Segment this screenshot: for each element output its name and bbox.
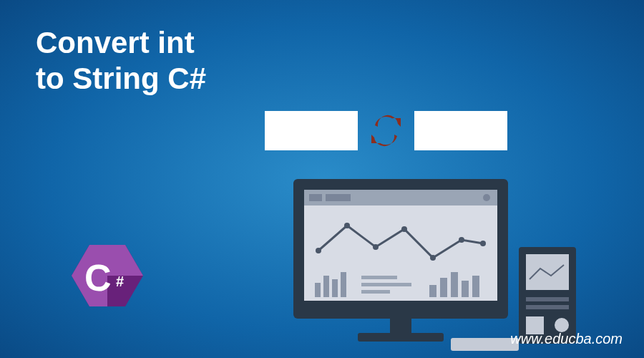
svg-rect-20: [429, 285, 436, 297]
svg-point-5: [483, 194, 490, 201]
svg-point-8: [373, 244, 379, 250]
svg-point-12: [480, 241, 486, 246]
svg-rect-0: [390, 319, 411, 333]
svg-rect-3: [309, 194, 322, 201]
source-box: [265, 111, 358, 150]
svg-point-9: [401, 226, 407, 232]
svg-rect-23: [462, 281, 469, 297]
svg-rect-19: [361, 290, 390, 294]
computer-illustration: [279, 158, 587, 358]
svg-rect-14: [323, 276, 329, 297]
svg-rect-18: [361, 283, 411, 286]
csharp-logo: C #: [72, 236, 143, 315]
svg-rect-24: [472, 276, 479, 297]
logo-letter: C: [84, 256, 112, 299]
svg-point-29: [555, 318, 569, 332]
svg-rect-1: [358, 333, 444, 342]
svg-rect-15: [332, 279, 338, 297]
target-box: [414, 111, 507, 150]
svg-rect-26: [526, 297, 569, 301]
svg-point-11: [459, 237, 464, 243]
logo-hash: #: [116, 274, 124, 290]
svg-rect-22: [451, 272, 458, 297]
svg-rect-27: [526, 305, 569, 309]
svg-rect-4: [326, 194, 351, 201]
conversion-graphic: [265, 111, 507, 150]
keyboard: [451, 338, 519, 351]
page-title: Convert int to String C#: [36, 25, 206, 97]
svg-rect-13: [315, 283, 321, 297]
svg-point-6: [316, 248, 321, 253]
title-line-2: to String C#: [36, 62, 206, 95]
svg-point-10: [430, 255, 436, 261]
svg-rect-17: [361, 276, 397, 279]
sync-arrows-icon: [366, 111, 406, 150]
svg-rect-25: [526, 254, 569, 290]
svg-rect-21: [440, 278, 447, 297]
svg-point-7: [344, 223, 350, 228]
website-url: www.educba.com: [510, 331, 623, 347]
title-line-1: Convert int: [36, 26, 195, 59]
svg-rect-16: [341, 272, 346, 297]
